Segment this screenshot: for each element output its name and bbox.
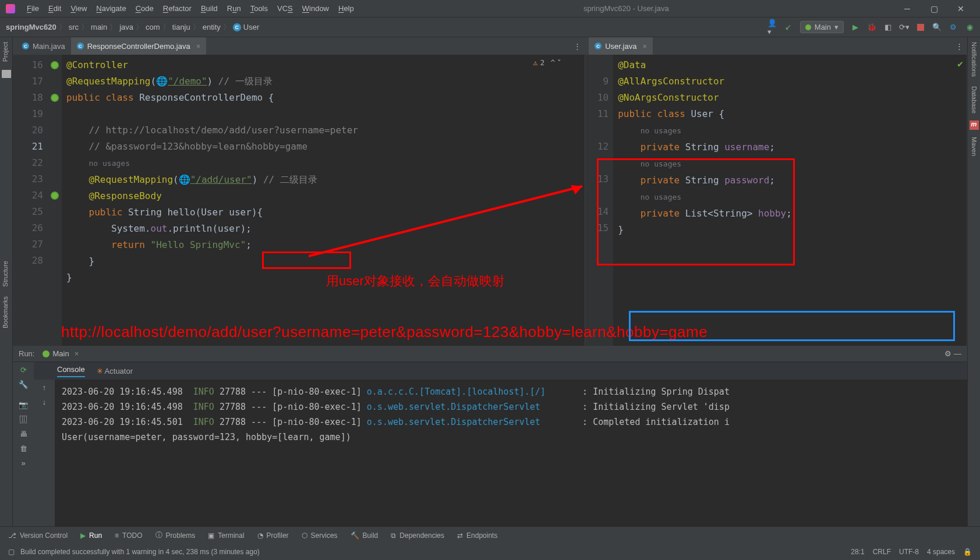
class-icon: C	[595, 42, 602, 49]
tool-maven[interactable]: Maven	[969, 132, 979, 161]
tool-project[interactable]: Project	[0, 37, 10, 66]
menu-help[interactable]: Help	[334, 4, 359, 13]
tool-bookmarks[interactable]: Bookmarks	[0, 292, 10, 333]
menu-tools[interactable]: Tools	[246, 4, 273, 13]
tab-label: ResponseControllerDemo.java	[87, 42, 190, 51]
up-icon[interactable]: ↑	[43, 383, 47, 392]
rerun-icon[interactable]: ⟳	[20, 366, 27, 374]
down-icon[interactable]: ↓	[43, 398, 47, 406]
class-icon: C	[233, 23, 241, 31]
breadcrumb-part[interactable]: main	[91, 23, 107, 31]
tab-actuator[interactable]: ✳ Actuator	[97, 367, 133, 375]
files-icon[interactable]	[2, 70, 11, 78]
menu-refactor[interactable]: Refactor	[158, 4, 196, 13]
stop-button[interactable]	[916, 23, 925, 32]
tab-todo[interactable]: ≡TODO	[115, 531, 142, 540]
spring-icon	[805, 24, 811, 30]
close-button[interactable]: ✕	[947, 4, 974, 13]
trash-icon[interactable]: 🗑	[20, 444, 27, 453]
menu-build[interactable]: Build	[196, 4, 222, 13]
menu-code[interactable]: Code	[131, 4, 158, 13]
menu-navigate[interactable]: Navigate	[91, 4, 130, 13]
search-icon[interactable]: 🔍	[932, 23, 942, 32]
breadcrumb[interactable]: springMvc620〉 src〉 main〉 java〉 com〉 tian…	[6, 22, 259, 33]
maximize-button[interactable]: ▢	[921, 4, 947, 13]
tool-database[interactable]: Database	[969, 81, 979, 118]
editor-right: CUser.java× ⋮ 91011 12 13 1415 @Data @Al…	[585, 37, 967, 346]
breadcrumb-part[interactable]: entity	[203, 23, 221, 31]
status-caret-pos[interactable]: 28:1	[851, 548, 864, 556]
run-button-icon[interactable]: ▶	[851, 23, 860, 32]
endpoints-icon: ⇄	[457, 531, 463, 540]
tab-responsecontrollerdemo[interactable]: CResponseControllerDemo.java×	[71, 37, 207, 55]
status-line-ending[interactable]: CRLF	[873, 548, 891, 556]
menu-file[interactable]: File	[22, 4, 44, 13]
profiler-icon[interactable]: ⟳▾	[900, 23, 909, 32]
maven-icon[interactable]: m	[970, 120, 979, 130]
menu-view[interactable]: View	[66, 4, 91, 13]
code-area-left[interactable]: 16171819202122232425262728 @Controller @…	[13, 55, 585, 346]
tab-problems[interactable]: ⓘProblems	[155, 530, 196, 540]
tab-more-icon[interactable]: ⋮	[574, 42, 581, 51]
wrench-build-icon[interactable]: 🔧	[19, 380, 28, 389]
play-icon: ▶	[80, 531, 86, 540]
code-text[interactable]: @Data @AllArgsConstructor @NoArgsConstru…	[613, 55, 967, 346]
run-config-tab[interactable]: Main×	[43, 349, 79, 358]
lock-icon[interactable]: 🔒	[963, 548, 972, 556]
layout-icon[interactable]: ⿲	[20, 415, 27, 424]
menu-vcs[interactable]: VCS	[273, 4, 298, 13]
status-indent[interactable]: 4 spaces	[927, 548, 955, 556]
run-config-select[interactable]: Main ▾	[800, 21, 844, 33]
tab-run[interactable]: ▶Run	[80, 531, 102, 540]
tool-structure[interactable]: Structure	[0, 256, 10, 292]
coverage-icon[interactable]: ◧	[883, 23, 893, 32]
breadcrumb-part[interactable]: tianju	[172, 23, 190, 31]
editor-tabs-left: CMain.java CResponseControllerDemo.java×…	[13, 37, 585, 55]
tab-build[interactable]: 🔨Build	[351, 531, 378, 540]
close-icon[interactable]: ×	[196, 42, 201, 51]
breadcrumb-part[interactable]: java	[119, 23, 133, 31]
tab-console[interactable]: Console	[57, 365, 85, 377]
tab-main-java[interactable]: CMain.java	[16, 37, 71, 55]
code-text[interactable]: @Controller @RequestMapping(🌐"/demo") //…	[62, 55, 585, 346]
user-add-icon[interactable]: 👤▾	[767, 23, 777, 32]
inspection-ok-icon[interactable]: ✔	[957, 58, 963, 69]
code-area-right[interactable]: 91011 12 13 1415 @Data @AllArgsConstruct…	[585, 55, 967, 346]
tab-terminal[interactable]: ▣Terminal	[208, 531, 244, 540]
close-icon[interactable]: ×	[642, 42, 647, 51]
run-title: Run:	[19, 349, 34, 358]
gear-icon[interactable]: ⚙ —	[944, 349, 961, 358]
menu-window[interactable]: Window	[298, 4, 334, 13]
breadcrumb-part[interactable]: com	[146, 23, 160, 31]
tab-endpoints[interactable]: ⇄Endpoints	[457, 531, 497, 540]
debug-button-icon[interactable]: 🐞	[867, 23, 876, 32]
status-encoding[interactable]: UTF-8	[899, 548, 919, 556]
close-icon[interactable]: ×	[75, 349, 79, 358]
tab-vcs[interactable]: ⎇Version Control	[8, 531, 68, 540]
print-icon[interactable]: 🖶	[20, 430, 27, 438]
editor-tabs-right: CUser.java× ⋮	[585, 37, 967, 55]
package-icon: ⧉	[391, 531, 396, 540]
avatar-icon[interactable]: ◉	[965, 23, 974, 32]
menu-run[interactable]: Run	[222, 4, 246, 13]
services-icon: ⬡	[302, 531, 307, 540]
status-bar: ▢ Build completed successfully with 1 wa…	[0, 544, 980, 560]
breadcrumb-part[interactable]: User	[243, 23, 259, 31]
menu-edit[interactable]: Edit	[44, 4, 66, 13]
more-icon[interactable]: »	[21, 459, 25, 467]
breadcrumb-part[interactable]: src	[69, 23, 79, 31]
tab-profiler[interactable]: ◔Profiler	[257, 531, 289, 540]
vcs-update-icon[interactable]: ↙	[784, 23, 793, 32]
panel-toggle-icon[interactable]: ▢	[8, 548, 15, 556]
inspection-badge[interactable]: ⚠2 ^ ˅	[533, 58, 561, 67]
tab-more-icon[interactable]: ⋮	[956, 42, 963, 51]
breadcrumb-project[interactable]: springMvc620	[6, 23, 56, 31]
tab-user-java[interactable]: CUser.java×	[589, 37, 653, 55]
camera-icon[interactable]: 📷	[19, 400, 28, 409]
tab-dependencies[interactable]: ⧉Dependencies	[391, 531, 444, 540]
console-output[interactable]: 2023-06-20 19:16:45.498 INFO 27788 --- […	[55, 380, 967, 526]
tab-services[interactable]: ⬡Services	[302, 531, 338, 540]
ide-settings-icon[interactable]: ⚙	[949, 23, 958, 32]
minimize-button[interactable]: ─	[894, 4, 921, 13]
tool-notifications[interactable]: Notifications	[969, 37, 979, 81]
